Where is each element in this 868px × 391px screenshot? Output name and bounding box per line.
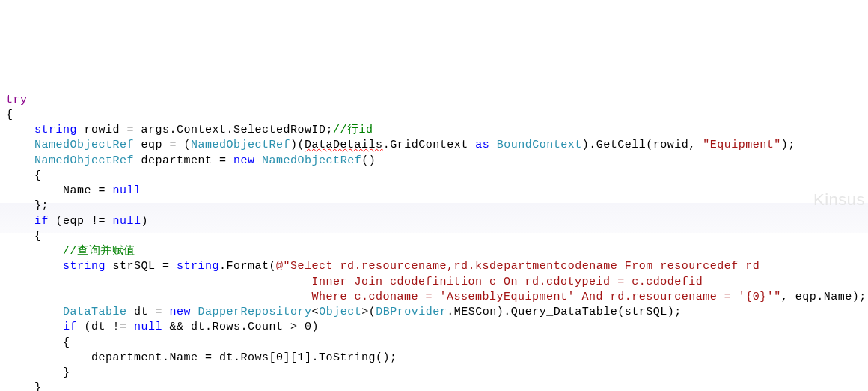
code-token: ) (141, 215, 149, 228)
code-token: DBProvider (376, 306, 447, 318)
code-token: }; (6, 199, 49, 212)
code-token: new (233, 154, 255, 167)
code-token (191, 306, 198, 318)
code-token: ).GetCell(rowid, (582, 139, 703, 151)
code-token: eqp = ( (134, 139, 191, 151)
code-token (6, 124, 34, 136)
code-token: BoundContext (497, 139, 582, 151)
code-token: try (6, 94, 28, 106)
code-token: rowid = args.Context.SelectedRowID; (77, 124, 333, 136)
code-token: NamedObjectRef (34, 154, 134, 167)
code-token (6, 215, 34, 228)
code-token (6, 139, 34, 151)
code-token: { (6, 109, 13, 121)
code-token: { (6, 230, 42, 243)
code-token: dt = (127, 306, 170, 318)
code-token (6, 154, 34, 167)
code-token: NamedObjectRef (34, 139, 134, 151)
code-token: (dt != (77, 321, 134, 333)
code-token: new (170, 306, 192, 318)
code-token (6, 245, 63, 258)
code-token: , eqp.Name); (781, 291, 867, 303)
code-token: as (475, 139, 489, 151)
code-token: DataDetails (305, 139, 383, 151)
code-token (255, 154, 263, 167)
code-token: string (34, 124, 77, 136)
code-token: //查询并赋值 (63, 245, 135, 258)
code-token: >( (361, 306, 376, 318)
code-token: if (63, 321, 77, 333)
code-token: )( (290, 139, 305, 151)
code-token: .MESCon).Query_DataTable(strSQL); (447, 306, 682, 318)
code-token: null (134, 321, 162, 333)
code-token: { (6, 336, 70, 349)
code-token: null (113, 215, 141, 228)
code-token: Inner Join cdodefinition c On rd.cdotype… (6, 276, 703, 288)
code-token: Object (319, 306, 361, 318)
code-token: .Format( (219, 260, 276, 273)
code-token: } (6, 366, 70, 379)
code-token: //行id (333, 124, 373, 136)
code-token: () (361, 154, 376, 167)
code-token: NamedObjectRef (191, 139, 290, 151)
code-token: department.Name = dt.Rows[0][1].ToString… (6, 351, 397, 364)
code-token (6, 260, 63, 273)
code-token: DapperRepository (198, 306, 312, 318)
code-token: string (63, 260, 106, 273)
code-token: "Equipment" (703, 139, 781, 151)
code-token: department = (134, 154, 233, 167)
code-token: { (6, 169, 42, 182)
code-token: .GridContext (383, 139, 476, 151)
code-block: try { string rowid = args.Context.Select… (6, 93, 862, 392)
code-token: Name = (6, 184, 113, 197)
code-token: string (177, 260, 219, 273)
code-token: Where c.cdoname = 'AssemblyEquipment' An… (6, 291, 781, 303)
code-token: ); (781, 139, 795, 151)
code-token: strSQL = (106, 260, 177, 273)
code-token: } (6, 381, 42, 391)
code-token: DataTable (63, 306, 127, 318)
code-token: < (312, 306, 320, 318)
code-token: if (34, 215, 49, 228)
code-token (6, 321, 63, 333)
code-token: @"Select rd.resourcename,rd.ksdepartment… (276, 260, 760, 273)
code-token (6, 306, 63, 318)
code-token: (eqp != (49, 215, 113, 228)
code-token: null (113, 184, 141, 197)
code-token: && dt.Rows.Count > 0) (162, 321, 319, 333)
code-token (489, 139, 497, 151)
code-token: NamedObjectRef (262, 154, 361, 167)
